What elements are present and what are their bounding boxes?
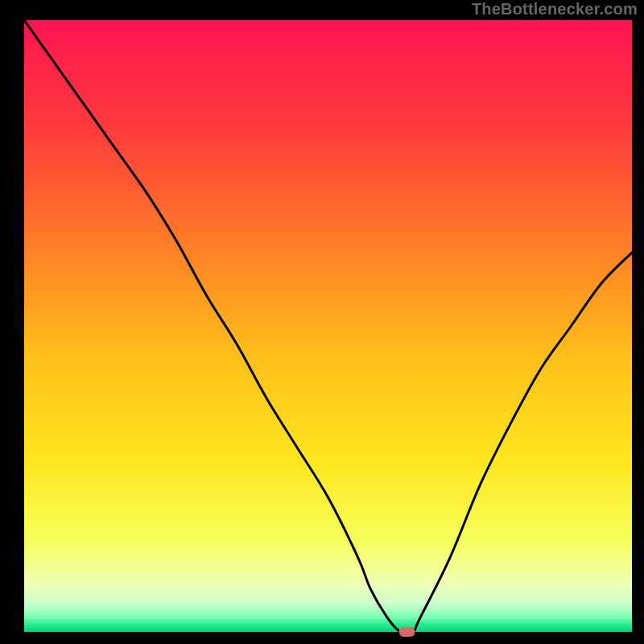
attribution-label: TheBottlenecker.com xyxy=(472,0,638,19)
gradient-background xyxy=(24,20,632,632)
optimal-marker xyxy=(399,627,415,637)
bottleneck-chart xyxy=(0,0,644,644)
optimal-marker-pill xyxy=(399,627,415,637)
chart-frame: TheBottlenecker.com xyxy=(0,0,644,644)
